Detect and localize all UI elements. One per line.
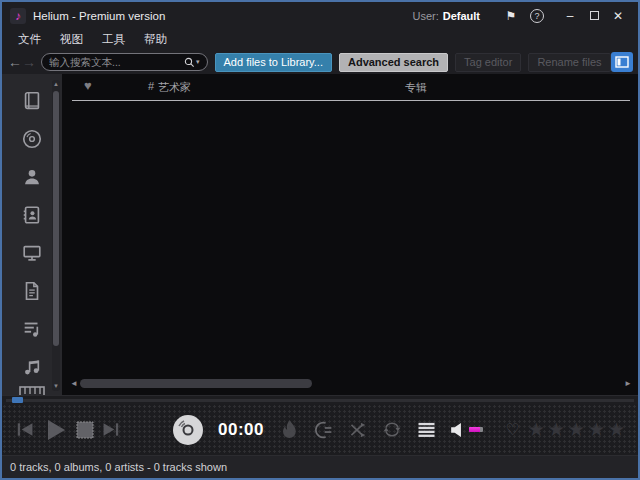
seek-thumb[interactable] — [12, 397, 23, 403]
tag-editor-button: Tag editor — [455, 53, 521, 72]
rating-stars[interactable]: ★★★★★ — [528, 418, 628, 441]
content-area: ♥ # 艺术家 专辑 ◄ ► — [62, 74, 638, 395]
document-icon[interactable] — [15, 272, 49, 310]
app-icon: ♪ — [10, 8, 26, 24]
player-bar: 00:00 ♡ ★★★★★ — [2, 404, 638, 455]
minimize-button[interactable]: – — [558, 6, 582, 26]
seek-track[interactable] — [6, 399, 634, 402]
layout-right-panel-button[interactable] — [636, 52, 640, 72]
keyboard-icon[interactable] — [15, 386, 49, 395]
repeat-icon[interactable] — [382, 421, 402, 438]
horizontal-scrollbar-thumb[interactable] — [80, 379, 312, 388]
library-book-icon[interactable] — [15, 82, 49, 120]
scroll-left-icon[interactable]: ◄ — [70, 379, 80, 388]
menu-help[interactable]: 帮助 — [142, 32, 169, 47]
disc-icon[interactable] — [15, 120, 49, 158]
status-bar: 0 tracks, 0 albums, 0 artists - 0 tracks… — [2, 455, 638, 478]
artist-icon[interactable] — [15, 158, 49, 196]
sidebar: ▲ ▼ — [2, 74, 62, 395]
main-area: ▲ ▼ ♥ # 艺术家 专辑 ◄ ► — [2, 74, 638, 395]
artist-column-header[interactable]: 艺术家 — [158, 80, 191, 95]
user-value[interactable]: Default — [443, 10, 480, 22]
monitor-icon[interactable] — [15, 234, 49, 272]
advanced-search-button[interactable]: Advanced search — [339, 53, 448, 72]
next-button[interactable] — [101, 421, 120, 438]
horizontal-scrollbar[interactable]: ◄ ► — [70, 376, 632, 390]
star-icon[interactable]: ★ — [548, 419, 568, 440]
contacts-icon[interactable] — [15, 196, 49, 234]
shuffle-icon[interactable] — [349, 422, 367, 438]
rename-files-button: Rename files — [528, 53, 610, 72]
sidebar-scrollbar[interactable]: ▲ ▼ — [52, 80, 60, 391]
table-header: ♥ # 艺术家 专辑 — [72, 74, 630, 101]
seek-bar[interactable] — [2, 395, 638, 404]
window-title: Helium - Premium version — [33, 10, 165, 22]
user-label: User: — [412, 10, 438, 22]
flag-icon[interactable]: ⚑ — [500, 9, 522, 23]
help-icon[interactable]: ? — [530, 9, 544, 23]
music-notes-icon[interactable] — [15, 348, 49, 386]
disc-art-icon[interactable] — [172, 414, 204, 446]
playlist-icon[interactable] — [15, 310, 49, 348]
scroll-right-icon[interactable]: ► — [622, 379, 632, 388]
speaker-icon[interactable] — [450, 422, 463, 438]
play-queue-icon[interactable] — [314, 421, 334, 439]
back-icon[interactable]: ← — [8, 52, 22, 72]
app-window: ♪ Helium - Premium version User: Default… — [0, 0, 640, 480]
previous-button[interactable] — [16, 421, 35, 438]
scroll-down-icon[interactable]: ▼ — [53, 382, 59, 391]
star-icon[interactable]: ★ — [588, 419, 608, 440]
menu-tools[interactable]: 工具 — [100, 32, 127, 47]
menu-file[interactable]: 文件 — [16, 32, 43, 47]
favorite-column-heart-icon[interactable]: ♥ — [84, 78, 92, 93]
play-button[interactable] — [42, 418, 68, 442]
toolbar: ← → ▾ Add files to Library... Advanced s… — [2, 50, 638, 74]
scroll-up-icon[interactable]: ▲ — [53, 80, 59, 89]
track-list-empty[interactable] — [62, 101, 638, 376]
maximize-button[interactable] — [582, 6, 606, 26]
star-icon[interactable]: ★ — [568, 419, 588, 440]
layout-left-panel-button[interactable] — [611, 52, 633, 72]
close-button[interactable]: ✕ — [606, 6, 630, 26]
stop-button[interactable] — [75, 420, 95, 440]
favorite-heart-icon[interactable]: ♡ — [505, 420, 519, 439]
elapsed-time: 00:00 — [218, 420, 264, 440]
maximize-icon — [590, 11, 599, 20]
search-caret-icon: ▾ — [196, 58, 200, 66]
menu-view[interactable]: 视图 — [58, 32, 85, 47]
list-icon[interactable] — [417, 422, 436, 438]
search-icon[interactable]: ▾ — [184, 57, 200, 68]
flame-icon[interactable] — [280, 419, 298, 441]
horizontal-scrollbar-track[interactable] — [80, 379, 622, 388]
forward-icon[interactable]: → — [22, 52, 36, 72]
search-input[interactable] — [49, 56, 184, 68]
star-icon[interactable]: ★ — [528, 419, 548, 440]
library-stats: 0 tracks, 0 albums, 0 artists - 0 tracks… — [10, 461, 227, 473]
star-icon[interactable]: ★ — [608, 419, 628, 440]
volume-fill — [469, 427, 480, 432]
search-box[interactable]: ▾ — [41, 53, 208, 71]
volume-slider[interactable] — [469, 427, 483, 432]
sidebar-scrollbar-thumb[interactable] — [53, 91, 59, 346]
menu-bar: 文件 视图 工具 帮助 — [2, 29, 638, 50]
panel-toggles — [611, 52, 640, 72]
album-column-header[interactable]: 专辑 — [405, 80, 427, 95]
add-files-button[interactable]: Add files to Library... — [215, 53, 332, 72]
title-bar: ♪ Helium - Premium version User: Default… — [2, 2, 638, 29]
number-column-header[interactable]: # — [148, 80, 154, 92]
